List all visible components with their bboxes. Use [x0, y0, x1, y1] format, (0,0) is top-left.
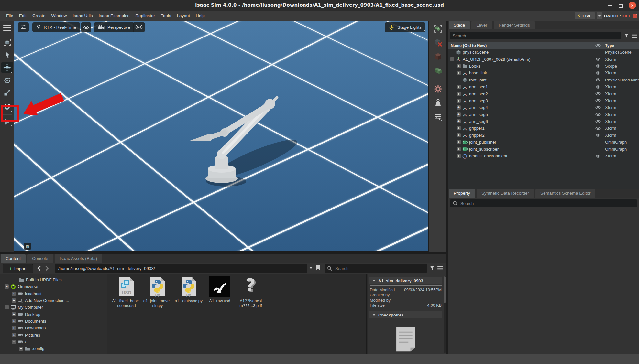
content-tab-isaac-assets-beta-[interactable]: Isaac Assets (Beta)	[55, 254, 102, 263]
stage-search-input[interactable]	[450, 32, 621, 39]
prim-group-button[interactable]	[433, 66, 443, 75]
menu-isaac-examples[interactable]: Isaac Examples	[96, 13, 132, 18]
stage-row-arm_seg4[interactable]: +arm_seg4Xform	[448, 104, 639, 111]
expander-icon[interactable]: +	[457, 71, 461, 75]
stage-row-arm_seg5[interactable]: +arm_seg5Xform	[448, 111, 639, 118]
stage-row-gripper2[interactable]: +gripper2Xform	[448, 132, 639, 139]
content-tree-item-localhost[interactable]: +localhost	[0, 290, 107, 297]
forward-button[interactable]	[45, 265, 49, 271]
stage-row-root_joint[interactable]: root_jointPhysicsFixedJoint	[448, 77, 639, 83]
stage-row-arm_seg6[interactable]: +arm_seg6Xform	[448, 118, 639, 125]
prim-solid-button[interactable]	[433, 52, 443, 61]
menu-tool-button[interactable]	[2, 23, 13, 33]
type-column-header[interactable]: Type	[602, 42, 639, 49]
file-card[interactable]: A1_raw.usd	[204, 276, 235, 304]
expander-icon[interactable]: +	[12, 319, 16, 323]
content-filter-icon[interactable]	[430, 265, 435, 271]
render-mode-button[interactable]	[133, 22, 145, 32]
bookmark-icon[interactable]	[316, 265, 320, 270]
select-tool-button[interactable]	[2, 49, 13, 60]
expander-icon[interactable]: +	[457, 85, 461, 89]
expander-icon[interactable]: −	[5, 305, 9, 309]
visibility-eye-icon[interactable]	[595, 64, 601, 68]
property-tab-semantics-schema-editor[interactable]: Semantics Schema Editor	[535, 189, 595, 198]
expander-icon[interactable]: +	[12, 312, 16, 316]
visibility-eye-icon[interactable]	[595, 92, 601, 96]
stage-row-default_environment[interactable]: +default_environmentXform	[448, 153, 639, 159]
expander-icon[interactable]: +	[12, 298, 16, 303]
stage-row-gripper1[interactable]: +gripper1Xform	[448, 125, 639, 132]
expander-icon[interactable]: +	[12, 292, 16, 296]
content-tree-item-omniverse[interactable]: −Omniverse	[0, 283, 107, 290]
physics-settings-button[interactable]	[433, 84, 443, 94]
expander-icon[interactable]: +	[12, 326, 16, 330]
viewport-settings-button[interactable]	[18, 22, 29, 32]
content-search-input[interactable]	[335, 266, 424, 271]
checkpoints-header[interactable]: Checkpoints	[369, 311, 442, 318]
path-input[interactable]	[55, 264, 307, 273]
visibility-eye-icon[interactable]	[595, 126, 601, 130]
menu-tools[interactable]: Tools	[158, 13, 174, 18]
stage-row-Looks[interactable]: +LooksScope	[448, 63, 639, 70]
visibility-eye-icon[interactable]	[595, 85, 601, 89]
expander-icon[interactable]: −	[5, 284, 9, 289]
file-card[interactable]: USDA1_fixed_base_scene.usd	[111, 276, 142, 308]
stage-row-arm_seg2[interactable]: +arm_seg2Xform	[448, 90, 639, 97]
visibility-eye-icon[interactable]	[595, 71, 601, 75]
stage-row-physicsScene[interactable]: physicsScenePhysicsScene	[448, 49, 639, 56]
back-button[interactable]	[37, 265, 41, 271]
move-tool-button[interactable]	[1, 62, 13, 73]
renderer-selector[interactable]: RTX - Real-Time	[32, 22, 80, 32]
visibility-button[interactable]	[81, 22, 91, 32]
property-search-input[interactable]	[460, 201, 634, 206]
menu-window[interactable]: Window	[49, 13, 70, 18]
content-tree-item-downloads[interactable]: +Downloads	[0, 325, 107, 331]
details-scrollbar[interactable]	[444, 276, 446, 353]
stage-row-arm_seg1[interactable]: +arm_seg1Xform	[448, 83, 639, 90]
content-tree-item-desktop[interactable]: +Desktop	[0, 311, 107, 317]
path-dropdown-icon[interactable]	[309, 267, 313, 269]
content-tree-item-pictures[interactable]: +Pictures	[0, 331, 107, 338]
scale-tool-button[interactable]	[2, 88, 13, 98]
content-tab-content[interactable]: Content	[1, 254, 26, 263]
visibility-eye-icon[interactable]	[595, 154, 601, 158]
expander-icon[interactable]: +	[457, 99, 461, 103]
expander-icon[interactable]: +	[457, 126, 461, 130]
property-tab-property[interactable]: Property	[449, 189, 475, 198]
mass-edit-button[interactable]	[433, 98, 443, 108]
file-card[interactable]: ??A1??Isaacsim???...3.pdf	[235, 276, 266, 308]
content-tab-console[interactable]: Console	[27, 254, 53, 263]
content-tree-item-built-in-urdf-files[interactable]: Built In URDF Files	[0, 276, 107, 283]
options-icon[interactable]	[632, 34, 637, 38]
name-column-header[interactable]: Name (Old to New)	[448, 43, 594, 48]
menu-help[interactable]: Help	[193, 13, 208, 18]
rotate-tool-button[interactable]	[2, 75, 13, 86]
frame-select-tool-button[interactable]	[2, 37, 13, 48]
camera-frame-button[interactable]	[433, 24, 443, 34]
viewport[interactable]: RTX - Real-Time Perspective Stage Lights…	[14, 21, 428, 251]
menu-isaac-utils[interactable]: Isaac Utils	[70, 13, 96, 18]
expander-icon[interactable]: +	[457, 64, 461, 68]
menu-replicator[interactable]: Replicator	[132, 13, 158, 18]
expander-icon[interactable]: −	[12, 340, 16, 344]
stage-row-joint_subscriber[interactable]: +joint_subscriberOmniGraph	[448, 145, 639, 152]
property-tab-synthetic-data-recorder[interactable]: Synthetic Data Recorder	[477, 189, 534, 198]
live-dropdown-button[interactable]	[597, 12, 602, 19]
visibility-eye-icon[interactable]	[595, 133, 601, 137]
display-options-button[interactable]	[433, 112, 443, 122]
stage-row-A1_URDF_0607_0028 (defaultPrim)[interactable]: −A1_URDF_0607_0028 (defaultPrim)Xform	[448, 56, 639, 62]
expander-icon[interactable]: +	[19, 347, 23, 351]
file-card[interactable]: pya1_joint_move_sin.py	[142, 276, 173, 308]
expander-icon[interactable]: +	[457, 119, 461, 123]
camera-selector[interactable]: Perspective	[94, 22, 134, 32]
menu-create[interactable]: Create	[29, 13, 49, 18]
visibility-eye-icon[interactable]	[595, 120, 601, 123]
expander-icon[interactable]: +	[457, 133, 461, 137]
expander-icon[interactable]: −	[450, 57, 454, 61]
content-tree-item-add-new-connection-[interactable]: +Add New Connection ...	[0, 297, 107, 304]
file-card[interactable]: pya1_jointsync.py	[173, 276, 204, 304]
expander-icon[interactable]: +	[457, 154, 461, 158]
visibility-eye-icon[interactable]	[595, 57, 601, 61]
stage-lights-button[interactable]: Stage Lights	[385, 22, 425, 32]
menu-edit[interactable]: Edit	[16, 13, 29, 18]
